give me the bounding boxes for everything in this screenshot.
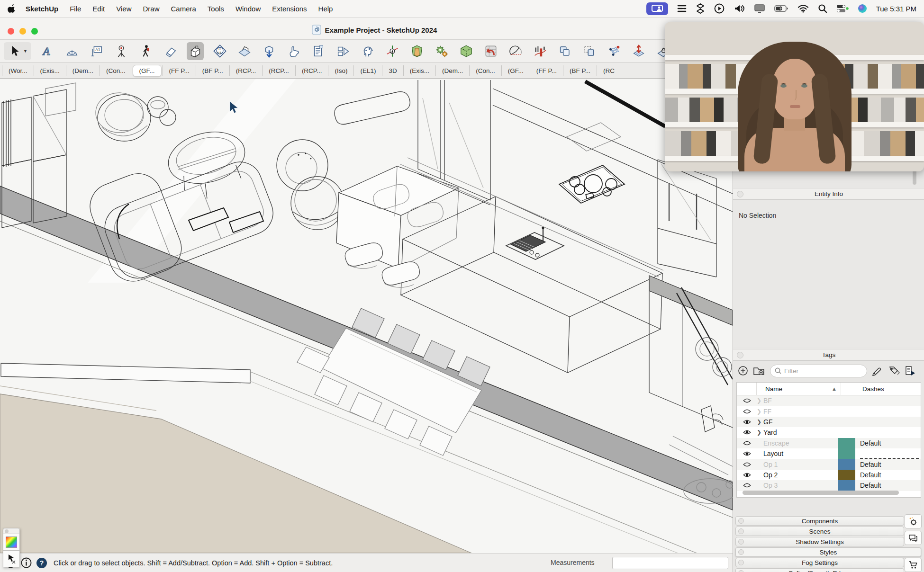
tag-visibility-toggle[interactable]: [737, 440, 757, 446]
volume-menu-icon[interactable]: [734, 2, 745, 15]
tag-dashes-value[interactable]: Default: [860, 471, 881, 479]
scene-tab[interactable]: (RCP...: [295, 65, 328, 76]
menu-view[interactable]: View: [110, 5, 137, 13]
toolbar-tool-button[interactable]: [63, 42, 81, 60]
tag-details-icon[interactable]: [905, 365, 915, 376]
tag-group-chevron[interactable]: ❯: [757, 429, 763, 436]
floating-palette[interactable]: [3, 528, 20, 567]
menu-app-name[interactable]: SketchUp: [20, 5, 64, 13]
tags-collapse-knob[interactable]: [737, 352, 743, 358]
battery-menu-icon[interactable]: [774, 2, 788, 15]
menu-clock[interactable]: Tue 5:31 PM: [876, 5, 916, 13]
tag-color-swatch[interactable]: [838, 448, 855, 459]
menu-file[interactable]: File: [64, 5, 87, 13]
siri-menu-icon[interactable]: [858, 2, 867, 15]
tag-row[interactable]: ❯ Layout: [737, 448, 921, 459]
tags-filter-input[interactable]: [784, 367, 855, 375]
scene-tab[interactable]: (Con...: [100, 65, 132, 76]
toolbar-tool-button[interactable]: [606, 42, 623, 60]
tag-visibility-toggle[interactable]: [737, 409, 757, 414]
toolbar-tool-button[interactable]: [162, 42, 179, 60]
toolbar-tool-button[interactable]: [408, 42, 426, 60]
scene-tab[interactable]: (RCP...: [262, 65, 295, 76]
menu-help[interactable]: Help: [313, 5, 339, 13]
tray-header[interactable]: Scenes: [735, 527, 904, 536]
toolbar-tool-button[interactable]: A1: [88, 42, 105, 60]
scene-tab[interactable]: (BF P...: [563, 65, 597, 76]
toolbar-tool-button[interactable]: [384, 42, 401, 60]
toolbar-tool-button[interactable]: [458, 42, 475, 60]
palette-close-knob[interactable]: [5, 529, 9, 533]
tag-row[interactable]: ❯ GF: [737, 417, 921, 427]
toolbar-tool-button[interactable]: [113, 42, 130, 60]
tag-visibility-toggle[interactable]: [737, 398, 757, 403]
tray-collapse-knob[interactable]: [738, 570, 744, 572]
control-center-menu-icon[interactable]: [836, 2, 849, 15]
tag-row[interactable]: ❯ FF: [737, 406, 921, 416]
scene-tab[interactable]: (EL1): [353, 65, 382, 76]
tray-header[interactable]: Shadow Settings: [735, 537, 904, 546]
toolbar-tool-button[interactable]: [556, 42, 573, 60]
tags-horizontal-scrollbar[interactable]: [743, 491, 899, 495]
webcam-video[interactable]: [665, 22, 924, 171]
display-menu-icon[interactable]: [754, 2, 765, 15]
tag-visibility-toggle[interactable]: [737, 462, 757, 467]
warehouse-cart-button[interactable]: [905, 558, 922, 572]
tags-table-header[interactable]: Name▲ Dashes: [737, 383, 921, 395]
tag-row[interactable]: ❯ Op 3 Default: [737, 480, 921, 491]
tray-header[interactable]: Soften/Smooth Edges: [735, 568, 904, 572]
tag-visibility-toggle[interactable]: [737, 483, 757, 488]
close-window-button[interactable]: [8, 28, 14, 35]
tray-header[interactable]: Fog Settings: [735, 558, 904, 567]
tag-row[interactable]: ❯ Op 2 Default: [737, 470, 921, 480]
tag-row[interactable]: ❯ Enscape Default: [737, 438, 921, 448]
info-icon[interactable]: [20, 557, 32, 569]
tags-filter-box[interactable]: [770, 365, 867, 377]
toolbar-tool-button[interactable]: [285, 42, 302, 60]
zoom-window-button[interactable]: [31, 28, 38, 35]
notes-menu-icon[interactable]: [677, 2, 687, 15]
toolbar-tool-button[interactable]: A: [39, 42, 56, 60]
toolbar-tool-button[interactable]: [187, 42, 204, 60]
palette-title-bar[interactable]: [3, 528, 20, 534]
tray-collapse-knob[interactable]: [738, 528, 744, 534]
menu-extensions[interactable]: Extensions: [266, 5, 312, 13]
toolbar-tool-button[interactable]: CA·B: [211, 42, 228, 60]
scene-tab[interactable]: (Con...: [469, 65, 501, 76]
tray-header[interactable]: Components: [735, 516, 904, 526]
model-viewport[interactable]: [0, 79, 733, 553]
scene-tab[interactable]: (Wor...: [2, 65, 34, 76]
menu-draw[interactable]: Draw: [137, 5, 165, 13]
spotlight-menu-icon[interactable]: [818, 2, 827, 15]
scene-tab[interactable]: (FF P...: [530, 65, 563, 76]
apple-menu-icon[interactable]: [8, 4, 16, 13]
toolbar-tool-button[interactable]: [236, 42, 253, 60]
scene-tab[interactable]: (Iso): [328, 65, 353, 76]
tag-group-chevron[interactable]: ❯: [757, 419, 763, 425]
settings-sparkle-button[interactable]: [905, 514, 922, 528]
toolbar-tool-button[interactable]: [581, 42, 598, 60]
tray-header[interactable]: Styles: [735, 547, 921, 557]
tray-collapse-knob[interactable]: [738, 549, 744, 555]
scene-tab[interactable]: (Exis...: [34, 65, 66, 76]
scene-tab[interactable]: (GF...: [133, 65, 162, 77]
tag-group-chevron[interactable]: ❯: [757, 408, 763, 415]
tag-visibility-toggle[interactable]: [737, 472, 757, 478]
tags-panel-header[interactable]: Tags: [733, 349, 924, 361]
tag-dashes-value[interactable]: Default: [860, 439, 881, 447]
menu-edit[interactable]: Edit: [87, 5, 110, 13]
tag-color-swatch[interactable]: [838, 480, 855, 491]
tag-color-swatch[interactable]: [838, 470, 855, 480]
menu-window[interactable]: Window: [230, 5, 266, 13]
tag-dashes-value[interactable]: Default: [860, 461, 881, 468]
measurements-input[interactable]: [612, 557, 728, 569]
scene-tab[interactable]: (Exis...: [403, 65, 435, 76]
toolbar-tool-button[interactable]: [310, 42, 327, 60]
scene-tab[interactable]: (Dem...: [435, 65, 469, 76]
entity-info-collapse-knob[interactable]: [737, 191, 743, 197]
shortcuts-menu-icon[interactable]: [696, 2, 705, 15]
screen-record-menu-icon[interactable]: [714, 2, 725, 15]
tray-collapse-knob[interactable]: [738, 518, 744, 524]
tag-visibility-toggle[interactable]: [737, 419, 757, 425]
scene-tab[interactable]: (RC: [597, 65, 621, 76]
